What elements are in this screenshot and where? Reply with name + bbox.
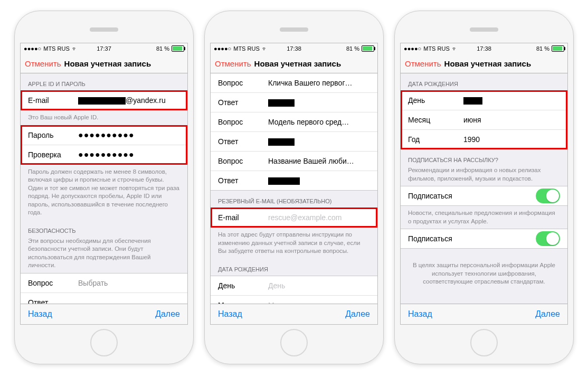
content-3: ДАТА РОЖДЕНИЯ День Месяциюня Год1990 ПОД…	[401, 73, 567, 304]
question-value: Выбрать	[78, 279, 180, 287]
screen-1: ●●●●○MTS RUSᯤ 17:37 81 % Отменить Новая …	[20, 43, 188, 325]
day-cell[interactable]: ДеньДень	[211, 276, 377, 296]
battery-pct: 81 %	[346, 45, 359, 52]
time: 17:38	[477, 45, 491, 52]
q-label: Вопрос	[218, 157, 268, 165]
a3-value	[268, 176, 370, 185]
wifi-icon: ᯤ	[262, 45, 268, 52]
rescue-cell[interactable]: E-mail rescue@example.com	[211, 208, 377, 227]
phone-notch	[210, 16, 378, 43]
email-value: @yandex.ru	[78, 96, 180, 105]
q-label: Вопрос	[218, 79, 268, 87]
a2-cell[interactable]: Ответ	[211, 132, 377, 152]
home-button[interactable]	[90, 329, 118, 356]
dob-group: ДеньДень МесяцМесяц	[211, 276, 377, 304]
q3-cell[interactable]: ВопросНазвание Вашей люби…	[211, 152, 377, 171]
next-button[interactable]: Далее	[345, 309, 370, 319]
carrier: MTS RUS	[43, 45, 70, 52]
day-label: День	[408, 96, 463, 105]
month-cell[interactable]: МесяцМесяц	[211, 296, 377, 304]
month-value: июня	[463, 116, 560, 124]
question-cell[interactable]: Вопрос Выбрать	[21, 274, 187, 293]
nav-bar: Отменить Новая учетная запись	[21, 54, 187, 73]
screen-2: ●●●●○MTS RUSᯤ 17:38 81 % Отменить Новая …	[210, 43, 378, 325]
day-redacted	[463, 97, 482, 105]
section-dob: ДАТА РОЖДЕНИЯ	[401, 73, 567, 90]
rescue-placeholder: rescue@example.com	[268, 213, 370, 222]
day-value	[463, 96, 560, 105]
answer-label: Ответ	[28, 298, 78, 304]
subscribe-toggle-1[interactable]	[536, 188, 560, 203]
subscribe-label: Подписаться	[408, 234, 452, 243]
a1-cell[interactable]: Ответ	[211, 93, 377, 112]
toolbar: Назад Далее	[21, 304, 187, 324]
battery-pct: 81 %	[156, 45, 169, 52]
security-footer: Эти вопросы необходимы для обеспечения б…	[21, 237, 187, 273]
email-cell[interactable]: E-mail @yandex.ru	[21, 91, 187, 110]
phone-notch	[400, 16, 568, 43]
back-button[interactable]: Назад	[408, 309, 432, 319]
section-subscribe: ПОДПИСАТЬСЯ НА РАССЫЛКУ?	[401, 149, 567, 166]
battery-icon	[552, 45, 564, 52]
nav-bar: Отменить Новая учетная запись	[211, 54, 377, 73]
verify-label: Проверка	[28, 150, 78, 159]
subscribe-cell-2: Подписаться	[401, 229, 567, 248]
email-suffix: @yandex.ru	[126, 96, 166, 105]
home-button[interactable]	[280, 329, 308, 356]
battery-icon	[172, 45, 184, 52]
subscribe-group-1: Подписаться	[401, 186, 567, 206]
next-button[interactable]: Далее	[155, 309, 180, 319]
a-label: Ответ	[218, 176, 268, 185]
q2-cell[interactable]: ВопросМодель первого сред…	[211, 112, 377, 132]
section-apple-id: APPLE ID И ПАРОЛЬ	[21, 73, 187, 90]
rescue-label: E-mail	[218, 213, 268, 222]
cancel-button[interactable]: Отменить	[25, 59, 61, 68]
content-2: ВопросКличка Вашего первог… Ответ Вопрос…	[211, 73, 377, 304]
section-rescue: РЕЗЕРВНЫЙ E-MAIL (НЕОБЯЗАТЕЛЬНО)	[211, 191, 377, 208]
a1-value	[268, 98, 370, 107]
status-bar: ●●●●○MTS RUSᯤ 17:37 81 %	[21, 43, 187, 54]
nav-title: Новая учетная запись	[251, 59, 373, 68]
q3-value: Название Вашей люби…	[268, 157, 370, 165]
status-bar: ●●●●○MTS RUSᯤ 17:38 81 %	[211, 43, 377, 54]
privacy-footer: В целях защиты персональной информации A…	[401, 249, 567, 289]
cancel-button[interactable]: Отменить	[405, 59, 441, 68]
subscribe-cell-1: Подписаться	[401, 186, 567, 205]
password-label: Пароль	[28, 131, 78, 139]
toolbar: Назад Далее	[211, 304, 377, 324]
content-1: APPLE ID И ПАРОЛЬ E-mail @yandex.ru Это …	[21, 73, 187, 304]
subscribe-label: Подписаться	[408, 192, 452, 200]
month-cell[interactable]: Месяциюня	[401, 110, 567, 130]
a3-cell[interactable]: Ответ	[211, 171, 377, 190]
home-button[interactable]	[470, 329, 498, 356]
sub-footer-2: Новости, специальные предложения и инфор…	[401, 206, 567, 229]
section-dob: ДАТА РОЖДЕНИЯ	[211, 259, 377, 276]
subscribe-toggle-2[interactable]	[536, 231, 560, 246]
q2-value: Модель первого сред…	[268, 118, 370, 126]
answer-cell[interactable]: Ответ	[21, 293, 187, 304]
nav-bar: Отменить Новая учетная запись	[401, 54, 567, 73]
back-button[interactable]: Назад	[28, 309, 52, 319]
verify-cell[interactable]: Проверка ●●●●●●●●●●	[21, 145, 187, 164]
day-cell[interactable]: День	[401, 91, 567, 110]
a2-value	[268, 137, 370, 146]
email-footer: Это Ваш новый Apple ID.	[21, 110, 187, 125]
email-label: E-mail	[28, 96, 78, 105]
q1-cell[interactable]: ВопросКличка Вашего первог…	[211, 73, 377, 93]
time: 17:37	[97, 45, 111, 52]
dob-group: День Месяциюня Год1990	[401, 90, 567, 149]
year-label: Год	[408, 135, 463, 144]
nav-title: Новая учетная запись	[441, 59, 563, 68]
phone-notch	[20, 16, 188, 43]
password-cell[interactable]: Пароль ●●●●●●●●●●	[21, 126, 187, 145]
a2-redacted	[268, 138, 295, 146]
rescue-group: E-mail rescue@example.com	[211, 208, 377, 228]
phone-3: ●●●●○MTS RUSᯤ 17:38 81 % Отменить Новая …	[394, 11, 574, 364]
screen-3: ●●●●○MTS RUSᯤ 17:38 81 % Отменить Новая …	[400, 43, 568, 325]
year-value: 1990	[463, 135, 560, 144]
back-button[interactable]: Назад	[218, 309, 242, 319]
carrier: MTS RUS	[233, 45, 260, 52]
cancel-button[interactable]: Отменить	[215, 59, 251, 68]
year-cell[interactable]: Год1990	[401, 130, 567, 149]
next-button[interactable]: Далее	[535, 309, 560, 319]
